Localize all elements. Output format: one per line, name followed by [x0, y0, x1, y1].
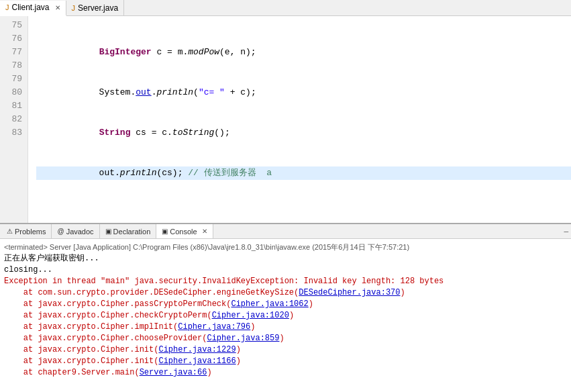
console-line-6: at javax.crypto.Cipher.checkCryptoPerm(C… [4, 310, 567, 322]
console-icon: ▣ [162, 228, 168, 235]
problems-icon: ⚠ [7, 228, 13, 235]
code-line-79 [36, 207, 571, 220]
line-numbers: 75 76 77 78 79 80 81 82 83 [0, 16, 28, 223]
link-cipher-1166[interactable]: Cipher.java:1166 [158, 356, 236, 366]
console-line-8: at javax.crypto.Cipher.chooseProvider(Ci… [4, 333, 567, 344]
link-cipher-1020[interactable]: Cipher.java:1020 [212, 311, 289, 320]
link-cipher-1062[interactable]: Cipher.java:1062 [231, 299, 308, 309]
console-line-7: at javax.crypto.Cipher.implInit(Cipher.j… [4, 322, 567, 333]
javadoc-icon: @ [57, 228, 64, 235]
console-line-1: 正在从客户端获取密钥... [4, 253, 567, 264]
code-line-76: System.out.println("c= " + c); [36, 86, 571, 99]
console-line-4: at com.sun.crypto.provider.DESedeCipher.… [4, 287, 567, 299]
tab-server-label: Server.java [78, 3, 118, 13]
console-line-3: Exception in thread "main" java.security… [4, 276, 567, 287]
console-line-10: at javax.crypto.Cipher.init(Cipher.java:… [4, 356, 567, 367]
bottom-panel: ⚠ Problems @ Javadoc ▣ Declaration ▣ Con… [0, 224, 571, 392]
tab-console-label: Console [170, 228, 197, 236]
tab-javadoc-label: Javadoc [66, 228, 94, 236]
editor-horizontal-scrollbar[interactable] [0, 223, 571, 224]
link-cipher-796[interactable]: Cipher.java:796 [178, 322, 250, 332]
tab-problems[interactable]: ⚠ Problems [1, 224, 52, 238]
console-output: <terminated> Server [Java Application] C… [0, 239, 571, 392]
console-line-2: closing... [4, 264, 567, 276]
tab-client-close[interactable]: ✕ [55, 4, 60, 11]
java-icon-2: J [72, 4, 76, 12]
tab-console[interactable]: ▣ Console ✕ [156, 224, 213, 238]
console-close-icon[interactable]: ✕ [202, 228, 207, 235]
link-server-66[interactable]: Server.java:66 [140, 368, 207, 377]
code-line-75: BigInteger c = m.modPow(e, n); [36, 46, 571, 59]
tab-javadoc[interactable]: @ Javadoc [52, 224, 99, 238]
tab-problems-label: Problems [15, 228, 46, 236]
link-cipher-859[interactable]: Cipher.java:859 [207, 334, 279, 343]
bottom-tab-bar: ⚠ Problems @ Javadoc ▣ Declaration ▣ Con… [0, 224, 571, 239]
java-icon: J [5, 3, 9, 11]
code-line-78: out.println(cs); // 传送到服务器 a [36, 166, 571, 180]
editor-tab-bar: J Client.java ✕ J Server.java [0, 0, 571, 16]
code-line-77: String cs = c.toString(); [36, 126, 571, 140]
tab-declaration-label: Declaration [113, 228, 151, 236]
tab-client-label: Client.java [12, 3, 50, 12]
console-line-11: at chapter9.Server.main(Server.java:66) [4, 367, 567, 379]
code-editor: 75 76 77 78 79 80 81 82 83 BigInteger c … [0, 16, 571, 224]
tab-declaration[interactable]: ▣ Declaration [100, 224, 157, 238]
console-line-9: at javax.crypto.Cipher.init(Cipher.java:… [4, 344, 567, 356]
tab-server-java[interactable]: J Server.java [66, 0, 125, 15]
code-content[interactable]: BigInteger c = m.modPow(e, n); System.ou… [28, 16, 571, 223]
console-line-5: at javax.crypto.Cipher.passCryptoPermChe… [4, 299, 567, 310]
link-desedecipher[interactable]: DESedeCipher.java:370 [299, 288, 400, 297]
console-header: <terminated> Server [Java Application] C… [4, 242, 567, 253]
link-cipher-1229[interactable]: Cipher.java:1229 [158, 345, 236, 354]
tab-client-java[interactable]: J Client.java ✕ [0, 1, 66, 16]
panel-minimize-button[interactable]: — [564, 228, 571, 236]
declaration-icon: ▣ [105, 228, 111, 235]
